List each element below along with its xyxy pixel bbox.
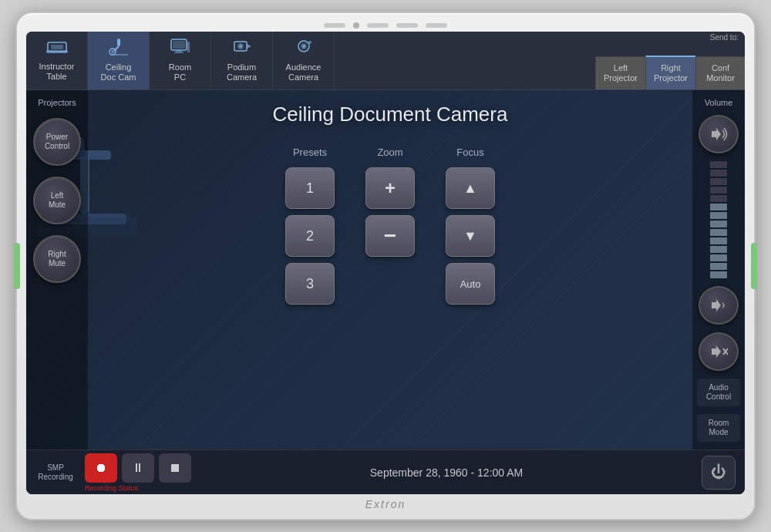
center-content: Ceiling Document Camera Presets 1 2 3 Zo… (88, 90, 692, 450)
vol-segment-1 (710, 263, 727, 270)
source-btn-audience-camera[interactable]: AudienceCamera (273, 32, 335, 89)
svg-rect-3 (117, 39, 120, 46)
vol-segment-5 (710, 229, 727, 236)
source-label-instructor-table: InstructorTable (39, 62, 75, 82)
camera-dot (353, 22, 359, 29)
send-to-label: Send to: (710, 33, 745, 42)
main-area: Projectors PowerControl LeftMute RightMu… (26, 90, 745, 450)
zoom-in-button[interactable]: + (365, 167, 415, 209)
brand-bar: Extron (365, 494, 406, 513)
right-panel: Volume (692, 90, 745, 450)
preset-3-button[interactable]: 3 (285, 263, 335, 305)
record-button[interactable]: ⏺ (85, 453, 117, 483)
svg-rect-1 (51, 45, 63, 49)
vol-segment-2 (710, 254, 727, 261)
svg-point-15 (239, 45, 242, 48)
zoom-column: Zoom + − (365, 146, 415, 257)
source-label-room-pc: RoomPC (169, 62, 191, 82)
notch-bar-3 (396, 23, 418, 28)
hdmi-icon (46, 39, 68, 59)
left-panel: Projectors PowerControl LeftMute RightMu… (26, 90, 88, 450)
vol-segment-6 (710, 221, 727, 227)
source-btn-podium-camera[interactable]: PodiumCamera (211, 32, 273, 89)
right-projector-label: RightProjector (654, 63, 688, 83)
svg-point-6 (111, 50, 114, 53)
source-bar: Send to: InstructorTable (26, 32, 745, 90)
volume-up-button[interactable] (699, 115, 739, 153)
volume-medium-button[interactable] (699, 286, 739, 325)
svg-rect-12 (187, 42, 190, 52)
preset-2-button[interactable]: 2 (285, 215, 335, 257)
vol-segment-13 (710, 161, 727, 168)
content-title: Ceiling Document Camera (273, 103, 508, 126)
svg-rect-9 (173, 41, 185, 49)
brand-name: Extron (365, 498, 406, 510)
rec-status-area: ⏺ ⏸ ⏹ Recording Status (85, 453, 191, 492)
bottom-bar: SMPRecording ⏺ ⏸ ⏹ Recording Status Sept… (26, 450, 745, 494)
preset-1-button[interactable]: 1 (285, 167, 335, 209)
send-btn-right-projector[interactable]: RightProjector (645, 56, 695, 89)
right-mute-button[interactable]: RightMute (33, 235, 81, 283)
doc-cam-icon (108, 39, 130, 59)
room-mode-button[interactable]: RoomMode (697, 414, 740, 442)
vol-segment-3 (710, 246, 727, 253)
vol-segment-9 (710, 195, 727, 202)
vol-segment-0 (710, 271, 727, 278)
send-btn-left-projector[interactable]: LeftProjector (595, 56, 645, 89)
svg-rect-7 (109, 54, 128, 56)
vol-segment-8 (710, 204, 727, 210)
focus-auto-button[interactable]: Auto (446, 263, 495, 305)
send-btn-conf-monitor[interactable]: ConfMonitor (695, 56, 745, 89)
controls-grid: Presets 1 2 3 Zoom + − Focus ▲ (285, 146, 495, 305)
source-label-ceiling-doc-cam: CeilingDoc Cam (101, 62, 136, 82)
stop-button[interactable]: ⏹ (159, 453, 191, 483)
svg-point-20 (308, 41, 311, 44)
podium-cam-icon (231, 39, 253, 59)
source-btn-instructor-table[interactable]: InstructorTable (26, 32, 88, 89)
source-label-podium-camera: PodiumCamera (227, 62, 257, 82)
svg-marker-30 (712, 128, 721, 140)
notch-bar-4 (426, 23, 447, 28)
presets-column: Presets 1 2 3 (285, 146, 335, 305)
notch-bar-2 (367, 23, 389, 28)
device-shell: Send to: InstructorTable (15, 12, 756, 520)
svg-rect-11 (174, 52, 183, 53)
svg-point-19 (302, 45, 305, 48)
svg-rect-10 (176, 50, 182, 52)
volume-bar (710, 161, 727, 279)
focus-column: Focus ▲ ▼ Auto (446, 146, 495, 305)
source-label-audience-camera: AudienceCamera (286, 62, 322, 82)
vol-segment-4 (710, 237, 727, 244)
focus-up-button[interactable]: ▲ (446, 167, 495, 209)
focus-down-button[interactable]: ▼ (446, 215, 495, 257)
side-button-left[interactable] (14, 243, 20, 289)
audio-control-button[interactable]: AudioControl (697, 379, 740, 406)
recording-status-label: Recording Status (85, 484, 138, 492)
svg-rect-2 (46, 50, 68, 53)
volume-mute-button[interactable] (699, 332, 739, 371)
source-btn-room-pc[interactable]: RoomPC (150, 32, 211, 89)
zoom-out-button[interactable]: − (365, 215, 415, 257)
screen: Send to: InstructorTable (26, 32, 745, 494)
svg-marker-31 (712, 299, 721, 311)
notch-bar-1 (324, 23, 345, 28)
volume-label: Volume (705, 98, 733, 107)
monitor-icon (170, 39, 190, 59)
left-mute-button[interactable]: LeftMute (33, 177, 81, 224)
zoom-label: Zoom (377, 146, 402, 158)
svg-marker-16 (247, 44, 251, 49)
top-notch (26, 22, 745, 32)
left-projector-label: LeftProjector (604, 63, 638, 83)
focus-label: Focus (456, 146, 483, 158)
projectors-label: Projectors (31, 98, 83, 107)
pause-button[interactable]: ⏸ (122, 453, 154, 483)
source-btn-ceiling-doc-cam[interactable]: CeilingDoc Cam (88, 32, 150, 89)
system-power-button[interactable]: ⏻ (702, 456, 736, 490)
vol-segment-7 (710, 212, 727, 219)
smp-recording-label: SMPRecording (35, 463, 76, 482)
audience-cam-icon (293, 39, 315, 59)
svg-marker-32 (712, 345, 721, 358)
vol-segment-10 (710, 187, 727, 194)
power-control-button[interactable]: PowerControl (33, 118, 81, 166)
side-button-right[interactable] (751, 243, 757, 289)
